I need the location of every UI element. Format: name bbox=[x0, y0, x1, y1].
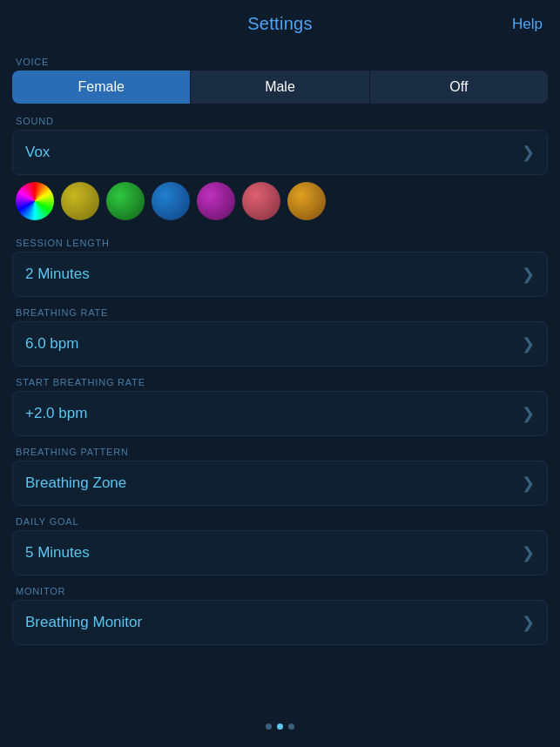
content: VOICE Female Male Off SOUND Vox ❯ SESSIO… bbox=[0, 43, 560, 710]
breathing-rate-chevron: ❯ bbox=[522, 334, 535, 353]
color-purple[interactable] bbox=[197, 182, 235, 220]
monitor-label: MONITOR bbox=[12, 586, 548, 596]
daily-goal-label: DAILY GOAL bbox=[12, 516, 548, 527]
start-breathing-rate-label: START BREATHING RATE bbox=[12, 377, 548, 387]
voice-selector: Female Male Off bbox=[12, 71, 548, 104]
header: Settings Help bbox=[0, 0, 560, 43]
page-dot-1 bbox=[266, 723, 272, 730]
breathing-rate-row[interactable]: 6.0 bpm ❯ bbox=[12, 321, 548, 367]
daily-goal-chevron: ❯ bbox=[522, 543, 535, 562]
breathing-pattern-label: BREATHING PATTERN bbox=[12, 447, 548, 457]
monitor-value: Breathing Monitor bbox=[25, 614, 142, 631]
color-olive[interactable] bbox=[61, 182, 99, 220]
session-length-label: SESSION LENGTH bbox=[12, 238, 548, 248]
sound-chevron: ❯ bbox=[522, 143, 535, 162]
monitor-row[interactable]: Breathing Monitor ❯ bbox=[12, 600, 548, 645]
color-gold[interactable] bbox=[287, 182, 326, 220]
page-dot-2 bbox=[277, 723, 283, 730]
page-indicator bbox=[0, 710, 560, 747]
start-breathing-rate-chevron: ❯ bbox=[522, 404, 535, 423]
daily-goal-value: 5 Minutes bbox=[25, 544, 90, 562]
sound-value: Vox bbox=[25, 144, 50, 161]
start-breathing-rate-value: +2.0 bpm bbox=[25, 405, 87, 422]
color-rainbow[interactable] bbox=[16, 182, 54, 220]
session-length-value: 2 Minutes bbox=[25, 266, 90, 283]
voice-female-button[interactable]: Female bbox=[12, 71, 191, 104]
sound-row[interactable]: Vox ❯ bbox=[12, 130, 548, 175]
sound-label: SOUND bbox=[12, 116, 548, 126]
settings-screen: Settings Help VOICE Female Male Off SOUN… bbox=[0, 0, 560, 747]
voice-off-button[interactable]: Off bbox=[370, 71, 548, 104]
color-green[interactable] bbox=[106, 182, 145, 220]
page-dot-3 bbox=[288, 723, 294, 730]
session-length-chevron: ❯ bbox=[522, 265, 535, 284]
breathing-rate-value: 6.0 bpm bbox=[25, 335, 78, 353]
voice-male-button[interactable]: Male bbox=[191, 71, 369, 104]
page-title: Settings bbox=[247, 14, 313, 34]
breathing-pattern-row[interactable]: Breathing Zone ❯ bbox=[12, 461, 548, 506]
session-length-row[interactable]: 2 Minutes ❯ bbox=[12, 252, 548, 297]
color-pink[interactable] bbox=[242, 182, 280, 220]
monitor-chevron: ❯ bbox=[522, 613, 535, 632]
breathing-pattern-value: Breathing Zone bbox=[25, 474, 126, 492]
help-button[interactable]: Help bbox=[512, 16, 543, 33]
start-breathing-rate-row[interactable]: +2.0 bpm ❯ bbox=[12, 391, 548, 436]
color-picker bbox=[12, 175, 548, 227]
breathing-rate-label: BREATHING RATE bbox=[12, 307, 548, 318]
color-blue[interactable] bbox=[152, 182, 190, 220]
breathing-pattern-chevron: ❯ bbox=[522, 474, 535, 493]
voice-label: VOICE bbox=[12, 57, 548, 67]
daily-goal-row[interactable]: 5 Minutes ❯ bbox=[12, 530, 548, 575]
